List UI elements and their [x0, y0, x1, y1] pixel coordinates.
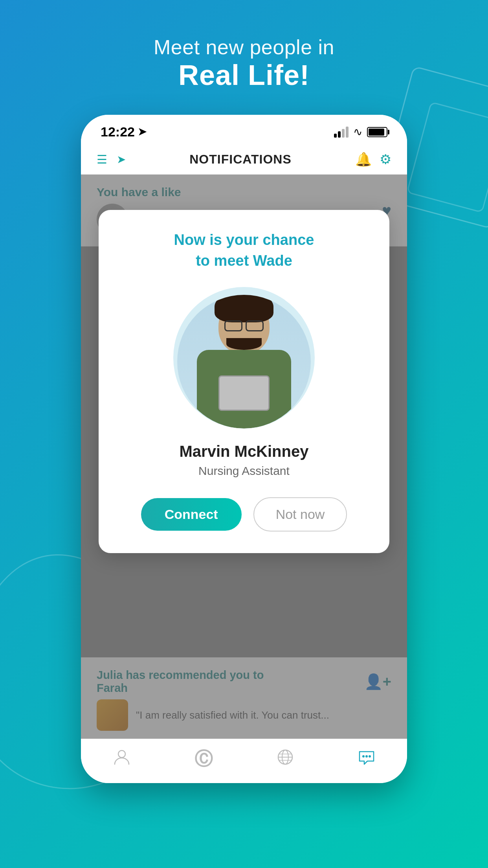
status-icons: ∿ — [334, 125, 387, 138]
glass-left — [224, 320, 242, 331]
globe-icon — [277, 748, 294, 770]
modal-card: Now is your chance to meet Wade — [99, 210, 389, 553]
modal-person-image — [177, 295, 311, 428]
send-icon[interactable]: ➤ — [117, 153, 126, 166]
glass-right — [246, 320, 264, 331]
modal-person-name: Marvin McKinney — [180, 443, 309, 460]
header-right-icons: 🔔 ⚙ — [355, 151, 391, 167]
person-hair — [215, 295, 273, 322]
profile-icon — [113, 748, 130, 770]
modal-buttons: Connect Not now — [141, 497, 347, 531]
battery-icon — [367, 127, 387, 137]
person-beard — [226, 338, 262, 350]
bottom-nav: Ⓒ — [81, 739, 407, 783]
svg-point-8 — [362, 755, 365, 758]
nav-item-profile[interactable] — [113, 748, 130, 770]
svg-point-9 — [365, 755, 368, 758]
heading-title: Real Life! — [154, 59, 334, 91]
modal-title: Now is your chance to meet Wade — [174, 230, 314, 271]
header-title: NOTIFICATIONS — [126, 152, 355, 167]
wifi-icon: ∿ — [353, 125, 362, 138]
modal-overlay: Now is your chance to meet Wade — [81, 175, 407, 739]
nav-item-home[interactable]: Ⓒ — [194, 747, 213, 771]
modal-avatar-circle — [173, 287, 315, 428]
person-head — [218, 299, 270, 354]
person-glasses — [224, 320, 264, 331]
home-icon: Ⓒ — [194, 747, 213, 771]
header-left-icons: ☰ ➤ — [97, 153, 126, 166]
location-arrow-icon: ➤ — [138, 126, 147, 138]
corner-shape-2 — [406, 101, 488, 213]
svg-point-10 — [369, 755, 371, 758]
notifications-area: You have a like Kristin Watson — [81, 175, 407, 739]
status-bar: 12:22 ➤ ∿ — [81, 115, 407, 144]
nav-item-messages[interactable] — [358, 748, 375, 770]
phone-frame: 12:22 ➤ ∿ ☰ ➤ NOTIFICATIONS 🔔 ⚙ — [81, 115, 407, 783]
status-time: 12:22 ➤ — [101, 124, 147, 140]
nav-item-explore[interactable] — [277, 748, 294, 770]
person-body — [197, 350, 291, 428]
heading-subtitle: Meet new people in — [154, 35, 334, 59]
connect-button[interactable]: Connect — [141, 498, 242, 531]
modal-person-job: Nursing Assistant — [198, 464, 290, 478]
app-header: ☰ ➤ NOTIFICATIONS 🔔 ⚙ — [81, 144, 407, 175]
svg-point-2 — [118, 750, 125, 758]
bell-icon[interactable]: 🔔 — [355, 151, 372, 167]
person-figure — [197, 299, 291, 428]
gear-icon[interactable]: ⚙ — [380, 151, 391, 167]
filter-icon[interactable]: ☰ — [97, 153, 107, 166]
not-now-button[interactable]: Not now — [253, 497, 347, 531]
signal-icon — [334, 127, 349, 138]
person-laptop — [218, 375, 270, 411]
messages-icon — [358, 748, 375, 770]
top-heading: Meet new people in Real Life! — [154, 35, 334, 91]
